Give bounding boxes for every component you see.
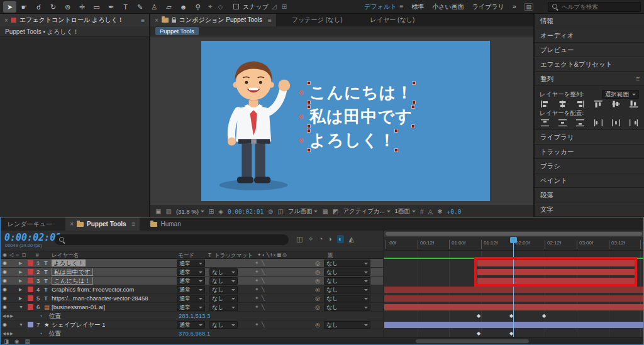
expand-keys-icon[interactable]: ◉ (14, 338, 19, 344)
frame-blending-icon[interactable]: ◑ (328, 235, 332, 243)
layer-switches[interactable]: ✦╲ (255, 277, 267, 285)
motion-blur-icon[interactable]: ◐ (337, 235, 344, 243)
pixel-aspect-icon[interactable]: # (420, 208, 424, 215)
layer-row-5[interactable]: ◉ ▶ 5 T https:/...man-character-vector-2… (1, 294, 383, 303)
mask-visibility-icon[interactable]: ◈ (218, 208, 223, 215)
mode-dropdown[interactable]: 通常 (177, 321, 205, 329)
eye-icon[interactable]: ◉ (3, 260, 7, 267)
parent-dropdown[interactable]: なし (324, 321, 370, 329)
distribute-vertical-center-icon[interactable] (558, 119, 567, 126)
pickwhip-icon[interactable]: ◎ (315, 260, 320, 267)
label-chip[interactable] (28, 278, 33, 283)
layer-bar-5[interactable] (384, 295, 643, 302)
workspace-tab-small-screen[interactable]: 小さい画面 (432, 3, 464, 11)
magnification-dropdown[interactable]: (31.8 %) (176, 208, 204, 215)
layer-name[interactable]: Graphics from: FreeVector.com (52, 286, 134, 293)
eye-icon[interactable]: ◉ (3, 321, 7, 329)
camera-dropdown[interactable]: アクティブカ... (343, 207, 390, 216)
eye-icon[interactable]: ◉ (3, 268, 7, 276)
eye-icon[interactable]: ◉ (3, 295, 7, 302)
layer-switches[interactable]: ✦╲ (255, 260, 267, 267)
hide-shy-layers-icon[interactable]: ◔ (319, 235, 323, 243)
layer-row-6[interactable]: ◉ ▼ 6 ▤ [businessman-01.ai] 通常 なし ✦╲ ◎ な… (1, 303, 383, 312)
panel-header-libraries[interactable]: ライブラリ (535, 130, 644, 145)
parent-dropdown[interactable]: なし (324, 286, 370, 293)
layer-switches[interactable]: ✦╲ (255, 268, 267, 276)
horizontal-scrollbar[interactable] (416, 339, 529, 343)
layer-name[interactable]: よろしく！ (52, 260, 86, 266)
keyframe-icon[interactable]: ◆ (542, 313, 546, 319)
panel-header-character[interactable]: 文字 (535, 202, 644, 217)
rotation-tool-icon[interactable]: ↻ (47, 1, 60, 13)
snap-edge-icon[interactable]: ◿ (272, 3, 277, 10)
pan-behind-tool-icon[interactable]: ✛ (75, 1, 89, 13)
distribute-top-icon[interactable] (541, 119, 549, 126)
layer-name[interactable]: シェイプレイヤー 1 (52, 321, 105, 329)
layer-switches[interactable]: ✦╲ (255, 286, 267, 293)
distribute-left-icon[interactable] (594, 119, 602, 126)
keyframe-navigator[interactable]: ◀◆▶ (3, 312, 14, 320)
tab-render-queue[interactable]: レンダーキュー (3, 217, 57, 231)
eraser-tool-icon[interactable]: ▱ (162, 1, 175, 13)
align-right-icon[interactable] (576, 101, 584, 107)
graph-editor-icon[interactable]: ◭ (349, 235, 354, 243)
trkmat-dropdown[interactable]: なし (209, 321, 238, 329)
trkmat-dropdown[interactable]: なし (209, 286, 238, 293)
roi-icon[interactable]: ▦ (322, 208, 328, 215)
align-left-icon[interactable] (541, 101, 549, 107)
label-chip[interactable] (28, 269, 33, 275)
fast-previews-icon[interactable]: ◬ (428, 208, 433, 215)
panel-header-brushes[interactable]: ブラシ (535, 159, 644, 173)
mode-dropdown[interactable]: 通常 (177, 277, 205, 285)
property-name[interactable]: 位置 (49, 312, 61, 320)
workspace-tab-libraries[interactable]: ライブラリ (472, 3, 504, 11)
view-layout-dropdown[interactable]: 1画面 (395, 207, 416, 216)
expand-icon[interactable]: ▶ (19, 277, 22, 285)
keyframe-icon[interactable]: ◆ (477, 313, 480, 319)
tab-effect-controls[interactable]: × エフェクトコントロール よろしく！ ≡ (0, 14, 149, 26)
workspace-switcher-icon[interactable]: ▤ (524, 3, 533, 11)
workspace-tab-default[interactable]: デフォルト (364, 3, 396, 11)
parent-dropdown[interactable]: なし (324, 268, 370, 276)
trkmat-dropdown[interactable]: なし (209, 304, 238, 311)
layer-switches[interactable]: ✦╲ (255, 321, 267, 329)
clone-stamp-tool-icon[interactable]: ♙ (148, 1, 161, 13)
label-chip[interactable] (28, 260, 33, 266)
expand-icon[interactable]: ▶ (19, 260, 22, 267)
main-view-icon[interactable]: ▥ (165, 208, 171, 215)
exposure-value[interactable]: +0.0 (447, 208, 462, 215)
comp-viewer[interactable]: こんにちは！ ⊗ 私は田中です ⊗ よろしく！ (150, 36, 533, 205)
tab-layer[interactable]: レイヤー (なし) (366, 14, 419, 26)
expand-icon[interactable]: ▶ (19, 268, 22, 276)
workspace-tab-standard[interactable]: 標準 (411, 3, 424, 11)
anchor-point-icon[interactable]: ⊗ (298, 89, 304, 96)
panel-header-audio[interactable]: オーディオ (535, 28, 644, 43)
text-layer-line-1[interactable]: こんにちは！ ⊗ (309, 84, 413, 102)
panel-header-paint[interactable]: ペイント (535, 173, 644, 188)
mode-dropdown[interactable]: 通常 (177, 295, 205, 302)
align-top-icon[interactable] (594, 101, 602, 107)
help-search-input[interactable] (562, 3, 631, 10)
tab-timeline-human[interactable]: Human (146, 217, 185, 231)
panel-header-paragraph[interactable]: 段落 (535, 188, 644, 202)
parent-dropdown[interactable]: なし (324, 260, 370, 267)
grid-options-icon[interactable]: ⊞ (209, 208, 214, 215)
label-chip[interactable] (28, 322, 33, 327)
snapshot-icon[interactable]: ⊚ (268, 208, 273, 215)
workspace-menu-icon[interactable]: ≡ (399, 3, 403, 10)
eye-icon[interactable]: ◉ (3, 304, 7, 311)
puppet-pin-tool-icon[interactable]: ⚲ (191, 1, 204, 13)
panel-header-info[interactable]: 情報 (535, 14, 644, 28)
text-layer-line-2[interactable]: 私は田中です ⊗ (309, 107, 413, 126)
workspace-overflow-icon[interactable]: » (513, 3, 516, 10)
layer-row-7[interactable]: ◉ ▼ 7 ★ シェイプレイヤー 1 通常 なし ✦╲ ◎ なし (1, 320, 383, 329)
text-layer-line-3[interactable]: よろしく！ ⊗ (309, 131, 396, 150)
current-timecode[interactable]: 0:00:02:01 (4, 232, 61, 243)
label-chip[interactable] (28, 304, 33, 310)
pickwhip-icon[interactable]: ◎ (315, 304, 320, 311)
collapse-icon[interactable]: ▼ (19, 304, 23, 311)
panel-menu-icon[interactable]: ≡ (141, 17, 145, 24)
layer-bar-7[interactable] (384, 322, 643, 328)
zoom-tool-icon[interactable]: ☌ (32, 1, 45, 13)
expand-av-icon[interactable]: ◨ (4, 338, 9, 344)
